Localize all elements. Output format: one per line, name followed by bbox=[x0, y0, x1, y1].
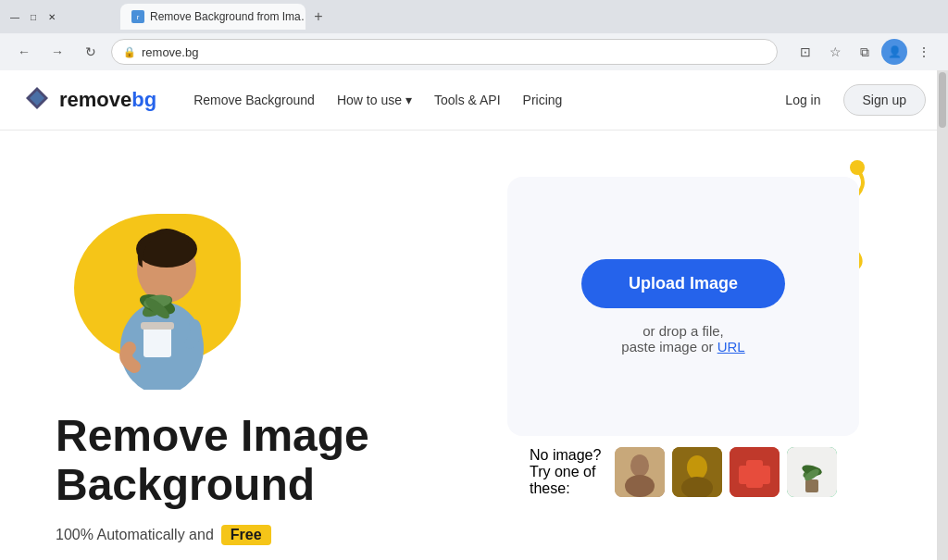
logo-remove: remove bbox=[59, 88, 131, 112]
free-badge: Free bbox=[221, 525, 271, 545]
paste-text: paste image or bbox=[621, 339, 717, 355]
active-tab[interactable]: r Remove Background from Ima… ✕ bbox=[120, 4, 306, 30]
person-with-plant-svg bbox=[83, 205, 241, 390]
sample-images-section: No image? Try one of these: bbox=[474, 436, 892, 508]
svg-rect-6 bbox=[141, 322, 174, 330]
refresh-button[interactable]: ↻ bbox=[78, 39, 104, 65]
nav-remove-background[interactable]: Remove Background bbox=[193, 93, 315, 107]
dropdown-arrow-icon: ▾ bbox=[405, 93, 412, 107]
sample-image-4[interactable] bbox=[787, 447, 837, 497]
svg-rect-22 bbox=[805, 479, 818, 492]
navbar: removebg Remove Background How to use ▾ … bbox=[0, 70, 948, 131]
profile-button[interactable]: 👤 bbox=[881, 39, 907, 65]
sample-images-list bbox=[615, 447, 837, 497]
forward-button[interactable]: → bbox=[44, 39, 70, 65]
try-text: Try one of these: bbox=[530, 464, 595, 496]
tab-title: Remove Background from Ima… bbox=[150, 10, 306, 23]
svg-rect-5 bbox=[143, 325, 171, 357]
svg-rect-20 bbox=[746, 460, 763, 488]
url-paste-link[interactable]: URL bbox=[717, 339, 745, 355]
hero-illustration bbox=[56, 205, 259, 390]
no-image-text: No image? bbox=[530, 447, 601, 463]
scrollbar[interactable] bbox=[937, 70, 948, 560]
logo[interactable]: removebg bbox=[22, 85, 156, 115]
nav-tools-api[interactable]: Tools & API bbox=[434, 93, 501, 107]
headline-line1: Remove Image bbox=[56, 411, 369, 460]
subtitle-text: 100% Automatically and bbox=[56, 527, 214, 543]
tab-favicon: r bbox=[131, 10, 144, 23]
nav-actions: Log in Sign up bbox=[774, 84, 926, 116]
hero-left: Remove Image Background 100% Automatical… bbox=[56, 149, 474, 556]
cast-icon[interactable]: ⊡ bbox=[792, 39, 818, 65]
svg-point-14 bbox=[625, 475, 655, 497]
hero-person-image bbox=[83, 205, 241, 390]
drop-file-text: or drop a file, paste image or URL bbox=[621, 323, 744, 355]
sample-image-3[interactable] bbox=[730, 447, 780, 497]
browser-titlebar: — □ ✕ r Remove Background from Ima… ✕ + bbox=[0, 0, 948, 33]
url-text: remove.bg bbox=[142, 45, 198, 59]
svg-point-11 bbox=[850, 160, 865, 175]
page-content: removebg Remove Background How to use ▾ … bbox=[0, 70, 948, 560]
maximize-button[interactable]: □ bbox=[26, 9, 41, 24]
menu-icon[interactable]: ⋮ bbox=[911, 39, 937, 65]
nav-links: Remove Background How to use ▾ Tools & A… bbox=[193, 93, 744, 107]
svg-point-4 bbox=[136, 230, 197, 268]
address-bar[interactable]: 🔒 remove.bg bbox=[111, 39, 778, 65]
hero-section: Remove Image Background 100% Automatical… bbox=[0, 131, 948, 556]
minimize-button[interactable]: — bbox=[7, 9, 22, 24]
sample-image-1[interactable] bbox=[615, 447, 665, 497]
logo-text: removebg bbox=[59, 88, 156, 112]
close-button[interactable]: ✕ bbox=[44, 9, 59, 24]
nav-how-to-use[interactable]: How to use ▾ bbox=[337, 93, 412, 107]
window-controls: — □ ✕ bbox=[7, 9, 59, 24]
logo-bg: bg bbox=[131, 88, 156, 112]
svg-point-16 bbox=[687, 455, 707, 479]
new-tab-button[interactable]: + bbox=[306, 4, 331, 30]
signup-button[interactable]: Sign up bbox=[843, 84, 926, 116]
upload-image-button[interactable]: Upload Image bbox=[581, 259, 785, 308]
hero-subtitle: 100% Automatically and Free bbox=[56, 525, 474, 545]
hero-headline: Remove Image Background bbox=[56, 412, 474, 510]
scrollbar-thumb[interactable] bbox=[939, 72, 946, 128]
logo-icon bbox=[22, 85, 52, 115]
security-icon: 🔒 bbox=[123, 46, 136, 58]
hero-right: Upload Image or drop a file, paste image… bbox=[474, 149, 892, 556]
nav-pricing[interactable]: Pricing bbox=[523, 93, 563, 107]
browser-toolbar: ← → ↻ 🔒 remove.bg ⊡ ☆ ⧉ 👤 ⋮ bbox=[0, 33, 948, 70]
drop-text: or drop a file, bbox=[642, 323, 724, 339]
sample-image-2[interactable] bbox=[672, 447, 722, 497]
sample-label: No image? Try one of these: bbox=[530, 447, 604, 497]
login-button[interactable]: Log in bbox=[774, 85, 831, 115]
browser-actions: ⊡ ☆ ⧉ 👤 ⋮ bbox=[792, 39, 937, 65]
browser-frame: — □ ✕ r Remove Background from Ima… ✕ + … bbox=[0, 0, 948, 560]
upload-card: Upload Image or drop a file, paste image… bbox=[507, 177, 859, 436]
extensions-icon[interactable]: ⧉ bbox=[852, 39, 878, 65]
headline-line2: Background bbox=[56, 460, 315, 509]
hero-text: Remove Image Background 100% Automatical… bbox=[56, 412, 474, 545]
bookmark-icon[interactable]: ☆ bbox=[822, 39, 848, 65]
back-button[interactable]: ← bbox=[11, 39, 37, 65]
svg-point-13 bbox=[630, 454, 649, 477]
tab-bar: r Remove Background from Ima… ✕ + bbox=[65, 4, 941, 30]
